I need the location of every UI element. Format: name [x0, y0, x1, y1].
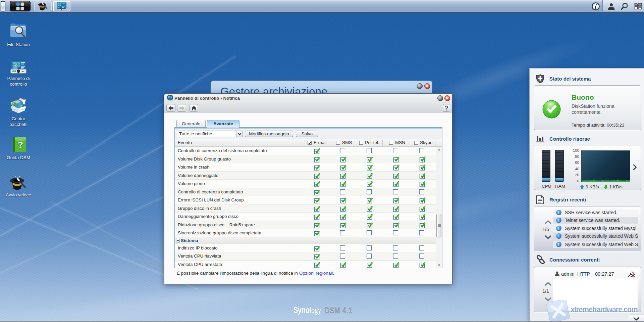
svg-text:?: ?: [18, 140, 23, 150]
